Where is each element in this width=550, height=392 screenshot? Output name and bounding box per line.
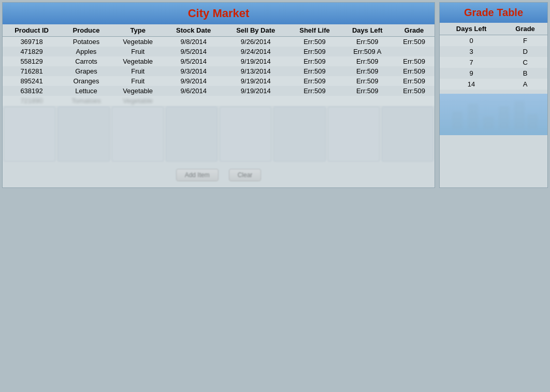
title-text: City Market <box>188 7 250 20</box>
svg-rect-5 <box>527 114 538 129</box>
col-stock-date: Stock Date <box>164 24 223 37</box>
svg-rect-1 <box>468 104 478 129</box>
col-shelf-life: Shelf Life <box>288 24 341 37</box>
svg-rect-2 <box>483 117 494 129</box>
clear-button[interactable]: Clear <box>229 169 262 181</box>
svg-rect-3 <box>499 106 509 129</box>
thumb-8 <box>382 107 433 162</box>
svg-rect-0 <box>452 111 462 129</box>
table-row: 721890TomatoesVegetable <box>3 96 435 106</box>
grade-table: Days Left Grade 0F3D7C9B14A <box>440 23 547 90</box>
grade-col-days: Days Left <box>440 23 503 35</box>
col-type: Type <box>112 24 164 37</box>
grade-table-title: Grade Table <box>440 3 547 23</box>
left-panel: City Market Product ID Produce Type Stoc… <box>2 2 435 188</box>
table-row: 895241OrangesFruit9/9/20149/19/2014Err:5… <box>3 76 435 86</box>
thumb-6 <box>273 107 325 162</box>
col-days-left: Days Left <box>341 24 394 37</box>
table-row: 558129CarrotsVegetable9/5/20149/19/2014E… <box>3 56 435 66</box>
thumb-3 <box>112 107 164 162</box>
col-grade: Grade <box>394 24 435 37</box>
thumb-1 <box>4 107 55 162</box>
thumb-4 <box>166 107 218 162</box>
col-produce: Produce <box>61 24 112 37</box>
grade-table-row: 3D <box>440 46 547 57</box>
table-row: 471829ApplesFruit9/5/20149/24/2014Err:50… <box>3 47 435 56</box>
button-row: Add Item Clear <box>3 163 435 187</box>
table-row: 716281GrapesFruit9/3/20149/13/2014Err:50… <box>3 66 435 76</box>
chart-area <box>440 94 547 135</box>
thumbnail-row <box>3 106 435 163</box>
col-product-id: Product ID <box>3 24 61 37</box>
table-row: 369718PotatoesVegetable9/8/20149/26/2014… <box>3 37 435 47</box>
right-panel: Grade Table Days Left Grade 0F3D7C9B14A <box>439 2 548 188</box>
svg-rect-4 <box>514 101 525 129</box>
thumb-7 <box>328 107 380 162</box>
grade-table-row: 0F <box>440 35 547 47</box>
chart-placeholder <box>447 96 540 133</box>
grade-col-grade: Grade <box>503 23 547 35</box>
grade-table-row: 9B <box>440 68 547 79</box>
main-table: Product ID Produce Type Stock Date Sell … <box>3 24 435 106</box>
table-row: 638192LettuceVegetable9/6/20149/19/2014E… <box>3 86 435 96</box>
col-sell-by-date: Sell By Date <box>223 24 288 37</box>
grade-table-row: 7C <box>440 57 547 68</box>
app-title: City Market <box>3 3 435 24</box>
add-item-button[interactable]: Add Item <box>176 169 219 181</box>
thumb-5 <box>220 107 271 162</box>
thumb-2 <box>57 107 109 162</box>
grade-table-row: 14A <box>440 79 547 90</box>
